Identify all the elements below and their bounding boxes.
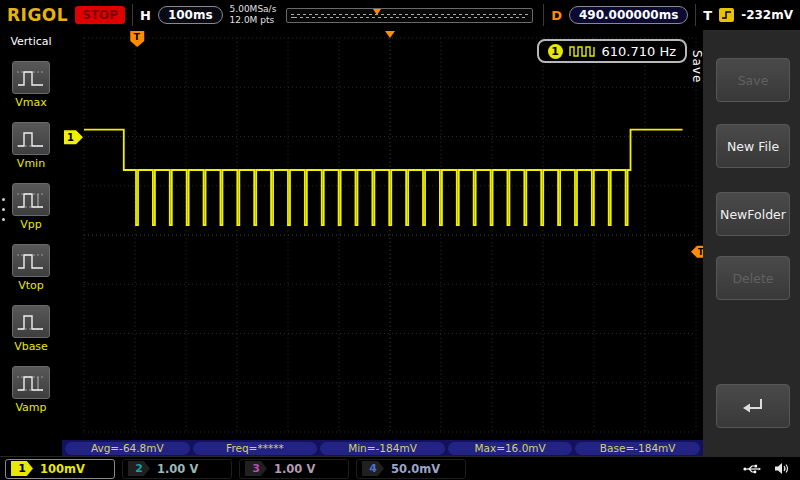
channel-3-scale: 1.00 V	[274, 462, 315, 476]
sidebar-item-label: Vamp	[9, 401, 53, 414]
menu-title: Save	[690, 50, 704, 83]
horizontal-label: H	[140, 8, 151, 23]
acquisition-info: 5.00MSa/s 12.0M pts	[230, 4, 277, 27]
channel-1-chip[interactable]: 1 100mV	[5, 459, 115, 479]
sidebar-item-vtop[interactable]: Vtop	[9, 244, 53, 292]
measurement-freq: Freq=*****	[193, 442, 318, 455]
sidebar-item-vmin[interactable]: Vmin	[9, 122, 53, 170]
sidebar-item-label: Vbase	[9, 340, 53, 353]
channel-1-number: 1	[11, 461, 33, 476]
save-button[interactable]: Save	[716, 58, 790, 102]
sidebar-item-vmax[interactable]: Vmax	[9, 61, 53, 109]
sidebar-item-label: Vpp	[9, 218, 53, 231]
memory-waveform-dashes	[291, 14, 528, 15]
channel-2-scale: 1.00 V	[157, 462, 198, 476]
channel-4-chip[interactable]: 4 50.0mV	[356, 459, 466, 479]
timebase-value: 100ms	[158, 6, 223, 24]
measurement-min: Min=-184mV	[320, 442, 445, 455]
divider	[543, 4, 544, 26]
scope-column: 1TT 1 610.710 Hz Avg=-64.8mV Freq=***** …	[62, 30, 703, 456]
run-state-badge: STOP	[75, 6, 125, 24]
usb-icon	[743, 463, 761, 475]
sidebar-item-vpp[interactable]: Vpp	[9, 183, 53, 231]
delay-value: 490.000000ms	[569, 6, 688, 24]
vpp-icon	[12, 183, 50, 216]
graticule-and-waveform: 1TT	[62, 30, 703, 440]
sidebar-item-vbase[interactable]: Vbase	[9, 305, 53, 353]
sidebar-item-label: Vmin	[9, 157, 53, 170]
measurement-avg: Avg=-64.8mV	[65, 442, 190, 455]
softkey-menu: Save Save New File NewFolder Delete	[703, 30, 800, 456]
frequency-value: 610.710 Hz	[602, 44, 677, 59]
sidebar-title: Vertical	[0, 35, 62, 48]
svg-text:1: 1	[67, 132, 74, 143]
trigger-level-value: -232mV	[741, 8, 793, 22]
sample-rate: 5.00MSa/s	[230, 4, 277, 15]
measure-sidebar: Vertical Vmax Vmin Vpp Vtop	[0, 30, 62, 456]
delay-label: D	[551, 8, 562, 23]
sidebar-item-label: Vmax	[9, 96, 53, 109]
new-folder-button[interactable]: NewFolder	[716, 192, 790, 236]
new-file-button[interactable]: New File	[716, 124, 790, 168]
divider	[695, 4, 696, 26]
divider	[132, 4, 133, 26]
back-button[interactable]	[716, 384, 790, 428]
channel-4-number: 4	[362, 461, 384, 476]
trigger-slope-icon	[719, 8, 734, 22]
vamp-icon	[12, 366, 50, 399]
memory-depth: 12.0M pts	[230, 15, 277, 26]
brand-logo: RIGOL	[7, 5, 68, 25]
memory-waveform-bar[interactable]	[286, 8, 533, 23]
channel-3-number: 3	[245, 461, 267, 476]
memory-waveform-dashes	[291, 17, 528, 18]
scope-display: 1TT 1 610.710 Hz	[62, 30, 703, 440]
channel-3-chip[interactable]: 3 1.00 V	[239, 459, 349, 479]
menu-page-dots	[2, 198, 5, 228]
return-arrow-icon	[740, 396, 766, 416]
measurement-base: Base=-184mV	[575, 442, 700, 455]
vmin-icon	[12, 122, 50, 155]
vbase-icon	[12, 305, 50, 338]
measurement-bar: Avg=-64.8mV Freq=***** Min=-184mV Max=16…	[62, 440, 703, 456]
channel-1-scale: 100mV	[40, 462, 85, 476]
channel-2-number: 2	[128, 461, 150, 476]
channel-4-scale: 50.0mV	[391, 462, 440, 476]
channel-bar: 1 100mV 2 1.00 V 3 1.00 V 4 50.0mV	[0, 456, 800, 480]
frequency-counter: 1 610.710 Hz	[537, 39, 688, 63]
vmax-icon	[12, 61, 50, 94]
vtop-icon	[12, 244, 50, 277]
delete-button[interactable]: Delete	[716, 256, 790, 300]
trigger-label: T	[703, 8, 712, 23]
pulse-train-icon	[569, 46, 596, 57]
speaker-icon	[774, 462, 789, 475]
status-bar: RIGOL STOP H 100ms 5.00MSa/s 12.0M pts D…	[0, 0, 800, 30]
sidebar-item-vamp[interactable]: Vamp	[9, 366, 53, 414]
svg-text:T: T	[134, 32, 141, 42]
channel-1-badge: 1	[548, 44, 563, 59]
main-area: Vertical Vmax Vmin Vpp Vtop	[0, 30, 800, 456]
measurement-max: Max=16.0mV	[448, 442, 573, 455]
sidebar-item-label: Vtop	[9, 279, 53, 292]
trigger-position-indicator	[373, 9, 381, 19]
channel-2-chip[interactable]: 2 1.00 V	[122, 459, 232, 479]
